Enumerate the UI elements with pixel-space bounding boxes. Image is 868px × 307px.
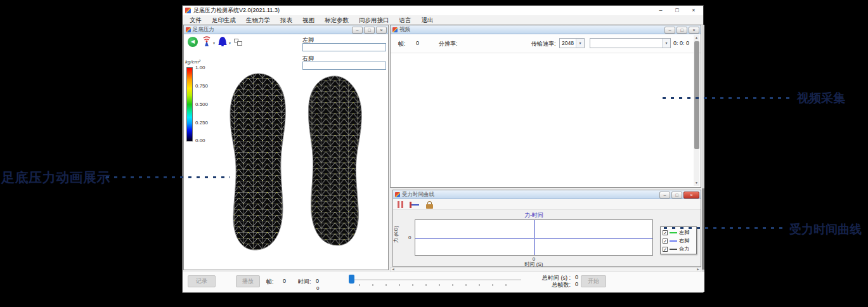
signal-icon[interactable] — [202, 36, 212, 47]
pressure-window-title-bar[interactable]: 足底压力 – □ × — [184, 25, 388, 34]
minimize-button[interactable]: – — [352, 27, 363, 34]
chart-y-tick: 0 — [408, 235, 411, 240]
annotation-leader-line — [664, 227, 784, 229]
close-button[interactable]: × — [689, 27, 699, 34]
maximize-button[interactable]: □ — [669, 6, 685, 15]
annotation-force-time-curve: 受力时间曲线 — [789, 221, 862, 238]
restore-button[interactable]: □ — [671, 192, 682, 199]
legend-swatch — [670, 232, 677, 233]
menu-item-file[interactable]: 文件 — [185, 15, 207, 25]
start-button[interactable]: 开始 — [581, 275, 606, 287]
minimize-button[interactable]: – — [659, 192, 670, 199]
mdi-area: 足底压力 – □ × ◀ ▾ — [183, 25, 704, 272]
play-button[interactable]: 播放 — [236, 275, 260, 287]
title-bar[interactable]: 足底压力检测系统V2.0(2021.11.3) – □ × — [183, 6, 703, 15]
chevron-down-icon: ▾ — [576, 39, 584, 48]
device-select[interactable]: ▾ — [590, 38, 671, 48]
slider-track[interactable] — [349, 279, 521, 280]
pressure-color-scale — [186, 67, 193, 141]
menu-item-view[interactable]: 视图 — [297, 15, 320, 25]
total-time-value: 0 — [571, 274, 578, 281]
lock-icon[interactable] — [426, 201, 433, 209]
time-label: 时间: — [298, 278, 311, 286]
legend-label: 右脚 — [679, 237, 689, 244]
zero-vertical-line — [534, 220, 535, 255]
chart-plot-area — [415, 219, 653, 256]
total-frames-value: 0 — [571, 281, 578, 288]
layout-icon[interactable] — [234, 39, 242, 46]
main-window: 足底压力检测系统V2.0(2021.11.3) – □ × 文件 足印生成 生物… — [182, 5, 704, 293]
frame-value: 0 — [416, 40, 419, 46]
legend-label: 左脚 — [679, 229, 689, 236]
scale-tick: 0.500 — [195, 101, 208, 107]
rate-select[interactable]: 2048 ▾ — [559, 38, 585, 48]
scroll-up-icon[interactable]: ▲ — [694, 35, 699, 41]
scroll-down-icon[interactable]: ▼ — [694, 180, 699, 186]
mdi-horizontal-scrollbar[interactable]: ◀ ▶ — [390, 267, 701, 272]
legend-label: 合力 — [679, 245, 689, 252]
menu-item-exit[interactable]: 退出 — [417, 15, 439, 25]
scroll-right-icon[interactable]: ▶ — [696, 268, 701, 271]
chart-legend: ✓ 左脚 ✓ 右脚 ✓ 合力 — [660, 226, 697, 254]
range-marker-icon[interactable] — [410, 202, 420, 208]
menu-item-sync-interface[interactable]: 同步用接口 — [354, 15, 394, 25]
video-vertical-scrollbar[interactable]: ▲ ▼ — [694, 35, 699, 186]
slider-thumb[interactable] — [349, 275, 354, 284]
app-icon — [185, 8, 191, 13]
pressure-scale-unit: kg/cm² — [185, 59, 200, 65]
menu-item-calibration-params[interactable]: 标定参数 — [320, 15, 354, 25]
back-icon[interactable]: ◀ — [188, 37, 198, 47]
checkbox[interactable]: ✓ — [663, 238, 668, 244]
close-button[interactable]: × — [683, 192, 699, 199]
video-control-row: 帧: 0 分辨率: 传输速率: 2048 ▾ ▾ 0: 0: 0 — [391, 34, 701, 53]
force-time-curve-window: 受力时间曲线 – □ × 力-时间 力 (KG) 0 — [392, 190, 701, 267]
totals-readout: 总时间 (s) : 0 总帧数: 0 — [524, 274, 578, 288]
scale-tick: 0.250 — [195, 120, 208, 126]
playback-slider[interactable] — [349, 274, 521, 284]
close-button[interactable]: × — [685, 6, 702, 15]
menu-item-language[interactable]: 语言 — [394, 15, 417, 25]
close-button[interactable]: × — [376, 27, 387, 34]
bottom-control-bar: 记录 播放 帧: 0 时间: 0 0 总时间 (s) : 0 总帧数: 0 — [183, 272, 704, 292]
restore-button[interactable]: □ — [677, 27, 687, 34]
annotation-leader-line — [663, 97, 789, 99]
bell-icon[interactable] — [218, 37, 227, 46]
scrollbar-thumb[interactable] — [702, 188, 704, 270]
chart-title: 力-时间 — [415, 211, 653, 219]
menu-item-report[interactable]: 报表 — [275, 15, 297, 25]
menu-item-biomechanics[interactable]: 生物力学 — [241, 15, 275, 25]
menu-bar: 文件 足印生成 生物力学 报表 视图 标定参数 同步用接口 语言 退出 — [183, 15, 703, 25]
annotation-leader-line — [106, 176, 230, 178]
pressure-window: 足底压力 – □ × ◀ ▾ — [183, 25, 389, 270]
screen: 足底压力检测系统V2.0(2021.11.3) – □ × 文件 足印生成 生物… — [0, 0, 868, 307]
chevron-down-icon[interactable]: ▾ — [213, 41, 215, 45]
rate-select-value: 2048 — [560, 40, 576, 46]
scrollbar-thumb[interactable] — [694, 41, 699, 149]
video-window: 视频 – □ × 帧: 0 分辨率: 传输速率: 2048 ▾ — [390, 25, 701, 188]
legend-item-left-foot: ✓ 左脚 — [663, 228, 694, 237]
total-time-label: 总时间 (s) : — [542, 274, 571, 281]
frame-value: 0 — [283, 278, 286, 284]
record-button[interactable]: 记录 — [188, 275, 216, 287]
slider-ticks — [359, 284, 519, 286]
checkbox[interactable]: ✓ — [663, 247, 668, 252]
pause-icon[interactable] — [398, 201, 404, 208]
curve-window-title-bar[interactable]: 受力时间曲线 – □ × — [393, 190, 701, 199]
video-time-value: 0: 0: 0 — [673, 40, 689, 46]
annotation-video-capture: 视频采集 — [797, 90, 845, 107]
restore-button[interactable]: □ — [364, 27, 375, 34]
mdi-vertical-scrollbar[interactable] — [702, 25, 704, 272]
resolution-label: 分辨率: — [439, 40, 458, 48]
left-foot-input[interactable] — [302, 43, 386, 51]
scroll-left-icon[interactable]: ◀ — [391, 268, 396, 271]
video-window-title-bar[interactable]: 视频 – □ × — [391, 25, 701, 34]
frame-label: 帧: — [266, 278, 274, 286]
chevron-down-icon[interactable]: ▾ — [229, 41, 231, 45]
pressure-window-title: 足底压力 — [193, 26, 214, 34]
minimize-button[interactable]: – — [664, 27, 675, 34]
checkbox[interactable]: ✓ — [663, 230, 668, 235]
right-foot-input[interactable] — [302, 62, 386, 70]
app-title: 足底压力检测系统V2.0(2021.11.3) — [193, 6, 280, 15]
menu-item-footprint-generate[interactable]: 足印生成 — [207, 15, 241, 25]
minimize-button[interactable]: – — [652, 6, 669, 15]
